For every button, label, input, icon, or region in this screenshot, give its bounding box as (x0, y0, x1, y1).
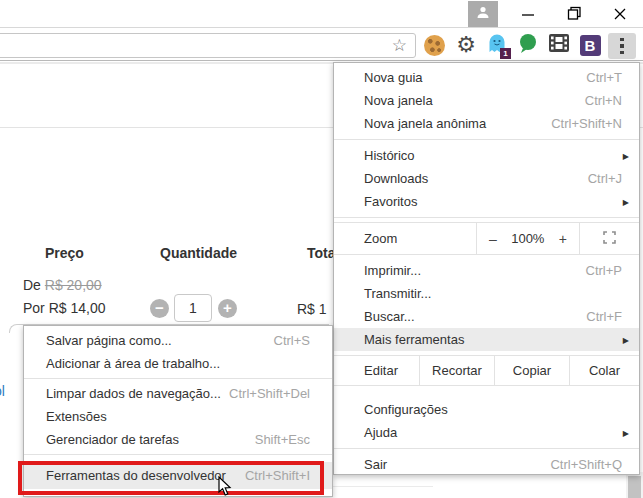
menu-item-label: Nova janela (364, 93, 433, 108)
menu-item-transmitir[interactable]: Transmitir... (334, 282, 639, 305)
quantity-input[interactable] (174, 294, 212, 322)
submenu-item-label: Limpar dados de navegação... (46, 386, 221, 401)
extension-badge: 1 (500, 48, 511, 59)
bootstrap-b-icon: B (580, 35, 601, 56)
extension-film[interactable] (547, 33, 571, 57)
menu-item-label: Transmitir... (364, 286, 431, 301)
submenu-item-extensoes[interactable]: Extensões (24, 405, 332, 428)
total-value: R$ 1 (297, 301, 327, 317)
old-price: De R$ 20,00 (23, 277, 102, 293)
menu-item-ajuda[interactable]: Ajuda ▶ (334, 421, 639, 444)
menu-item-label: Histórico (364, 148, 415, 163)
menu-item-label: Configurações (364, 402, 448, 417)
submenu-separator (24, 378, 332, 379)
menu-item-label: Sair (364, 457, 387, 472)
menu-item-label: Buscar... (364, 309, 415, 324)
menu-dot (620, 51, 624, 55)
menu-item-label: Imprimir... (364, 263, 421, 278)
close-button[interactable] (602, 0, 638, 27)
menu-item-imprimir[interactable]: Imprimir... Ctrl+P (334, 259, 639, 282)
menu-item-buscar[interactable]: Buscar... Ctrl+F (334, 305, 639, 328)
chevron-right-icon: ▶ (623, 151, 629, 160)
menu-item-mais-ferramentas[interactable]: Mais ferramentas ▶ (334, 328, 639, 351)
submenu-item-shortcut: Shift+Esc (255, 432, 310, 447)
menu-item-label: Favoritos (364, 194, 417, 209)
page-link-fragment[interactable]: ol (0, 383, 5, 399)
submenu-item-shortcut: Ctrl+Shift+Del (229, 386, 310, 401)
menu-item-sair[interactable]: Sair Ctrl+Shift+Q (334, 453, 639, 476)
chevron-right-icon: ▶ (623, 428, 629, 437)
browser-window: Preço Quantidade Total De R$ 20,00 Por R… (0, 0, 643, 498)
column-header-quantity: Quantidade (160, 245, 237, 261)
menu-item-favoritos[interactable]: Favoritos ▶ (334, 190, 639, 213)
menu-item-label: Ajuda (364, 425, 397, 440)
menu-item-shortcut: Ctrl+J (588, 171, 622, 186)
new-price: Por R$ 14,00 (23, 300, 106, 316)
person-icon (476, 5, 490, 23)
column-header-price: Preço (45, 245, 84, 261)
film-strip-icon (549, 33, 569, 57)
menu-item-nova-guia[interactable]: Nova guia Ctrl+T (334, 66, 639, 89)
edit-label: Editar (334, 356, 419, 385)
menu-item-label: Mais ferramentas (364, 332, 464, 347)
cut-button[interactable]: Recortar (419, 356, 494, 385)
menu-dot (620, 44, 624, 48)
extension-chat[interactable] (516, 33, 540, 57)
zoom-out-button[interactable]: – (489, 231, 497, 247)
cookie-icon (424, 35, 445, 56)
menu-item-configuracoes[interactable]: Configurações (334, 398, 639, 421)
menu-dot (620, 38, 624, 42)
quantity-plus-button[interactable]: + (218, 299, 237, 318)
menu-item-historico[interactable]: Histórico ▶ (334, 144, 639, 167)
menu-item-shortcut: Ctrl+N (585, 93, 622, 108)
submenu-item-salvar-pagina[interactable]: Salvar página como... Ctrl+S (24, 329, 332, 352)
menu-separator (334, 217, 639, 218)
menu-item-label: Downloads (364, 171, 428, 186)
menu-item-shortcut: Ctrl+P (586, 263, 622, 278)
submenu-item-limpar-dados[interactable]: Limpar dados de navegação... Ctrl+Shift+… (24, 382, 332, 405)
gear-icon: ⚙ (456, 33, 476, 57)
menu-item-nova-janela[interactable]: Nova janela Ctrl+N (334, 89, 639, 112)
menu-item-nova-janela-anonima[interactable]: Nova janela anônima Ctrl+Shift+N (334, 112, 639, 135)
minimize-button[interactable] (510, 0, 546, 27)
extension-cookie[interactable] (422, 33, 446, 57)
copy-button[interactable]: Copiar (494, 356, 569, 385)
close-icon (613, 7, 627, 21)
chrome-main-menu: Nova guia Ctrl+T Nova janela Ctrl+N Nova… (333, 62, 640, 475)
minimize-icon (521, 7, 535, 21)
menu-zoom-row: Zoom – 100% + (334, 222, 639, 255)
mouse-cursor-icon (218, 476, 234, 498)
submenu-item-gerenciador-tarefas[interactable]: Gerenciador de tarefas Shift+Esc (24, 428, 332, 451)
restore-button[interactable] (556, 0, 592, 27)
address-bar[interactable]: ☆ (0, 33, 416, 58)
zoom-label: Zoom (334, 223, 476, 254)
submenu-item-adicionar-area-trabalho[interactable]: Adicionar à área de trabalho... (24, 352, 332, 375)
restore-icon (567, 6, 582, 21)
profile-button[interactable] (468, 1, 498, 27)
old-price-value: R$ 20,00 (45, 277, 102, 293)
submenu-item-label: Gerenciador de tarefas (46, 432, 179, 447)
menu-item-shortcut: Ctrl+Shift+N (551, 116, 622, 131)
page-scrollbar-thumb[interactable] (628, 476, 641, 498)
old-price-prefix: De (23, 277, 45, 293)
quantity-minus-button[interactable]: − (150, 299, 169, 318)
fullscreen-button[interactable] (579, 223, 639, 254)
chevron-right-icon: ▶ (623, 335, 629, 344)
menu-item-shortcut: Ctrl+F (586, 309, 622, 324)
chevron-right-icon: ▶ (623, 197, 629, 206)
menu-item-shortcut: Ctrl+T (586, 70, 622, 85)
chrome-menu-button[interactable] (608, 33, 636, 59)
zoom-controls: – 100% + (476, 223, 579, 254)
menu-item-label: Nova guia (364, 70, 423, 85)
extension-settings[interactable]: ⚙ (454, 33, 478, 57)
zoom-in-button[interactable]: + (559, 231, 567, 247)
fullscreen-icon (603, 231, 616, 247)
menu-item-downloads[interactable]: Downloads Ctrl+J (334, 167, 639, 190)
extension-bootstrap[interactable]: B (578, 33, 602, 57)
submenu-separator (24, 454, 332, 455)
menu-item-label: Nova janela anônima (364, 116, 486, 131)
paste-button[interactable]: Colar (569, 356, 639, 385)
bookmark-star-icon[interactable]: ☆ (392, 35, 407, 56)
extension-ghost[interactable]: 1 (485, 33, 509, 57)
submenu-item-label: Adicionar à área de trabalho... (46, 356, 220, 371)
